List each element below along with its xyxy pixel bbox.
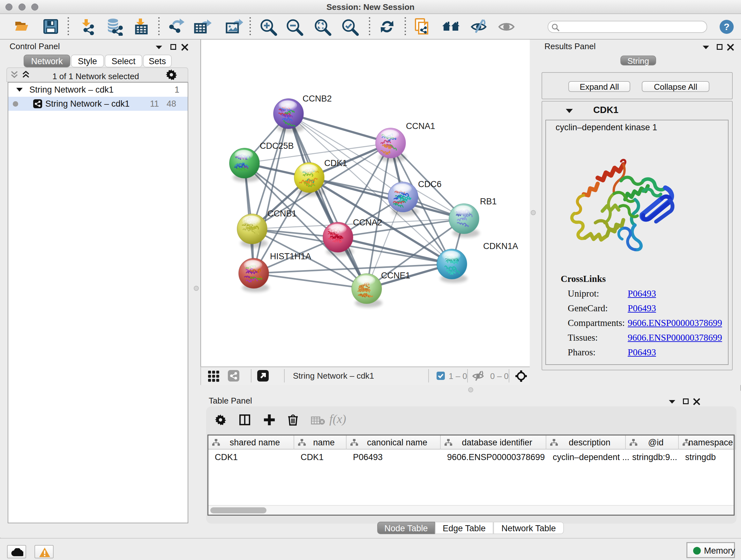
- svg-text:CCNE1: CCNE1: [381, 271, 410, 280]
- svg-text:CCNB1: CCNB1: [267, 209, 297, 219]
- svg-text:CCNA2: CCNA2: [353, 218, 382, 227]
- svg-text:CDC6: CDC6: [418, 179, 442, 189]
- svg-text:CDKN1A: CDKN1A: [483, 241, 518, 251]
- svg-text:CDC25B: CDC25B: [260, 141, 294, 151]
- svg-text:HIST1H1A: HIST1H1A: [270, 252, 311, 261]
- svg-text:?: ?: [724, 21, 730, 32]
- svg-text:RB1: RB1: [480, 197, 497, 206]
- svg-text:CCNB2: CCNB2: [302, 94, 332, 104]
- svg-text:CCNA1: CCNA1: [406, 121, 435, 131]
- svg-text:CDK1: CDK1: [324, 159, 347, 168]
